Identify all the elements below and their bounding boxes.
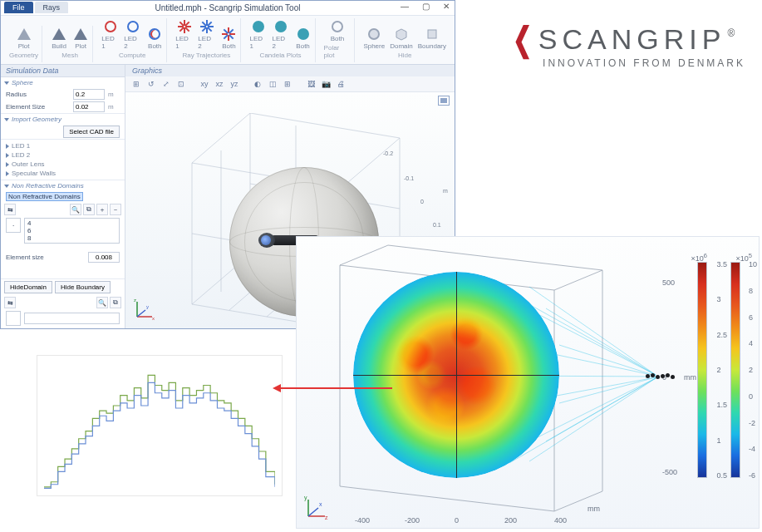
axis-gizmo-icon: yzx [302,495,330,523]
section-sphere[interactable]: Sphere [1,77,125,88]
tool-icon[interactable]: 📷 [320,78,332,90]
rb-hide-domain[interactable]: Domain [390,26,413,50]
svg-text:500: 500 [662,278,675,287]
item-led1[interactable]: LED 1 [6,141,120,150]
switch-icon[interactable]: ⇆ [4,297,16,308]
detach-icon[interactable] [438,96,450,106]
radius-label: Radius [6,91,70,98]
rb-bothc[interactable]: Both [146,26,163,50]
rb-plot2[interactable]: Plot [72,26,89,50]
copy-icon[interactable]: ⧉ [110,297,121,308]
item-led2[interactable]: LED 2 [6,150,120,160]
rb-ray-both[interactable]: Both [220,26,237,50]
ray-plot[interactable]: -400 -200 0 200 400 mm 500 0 -500 mm [296,236,760,529]
rb-polar[interactable]: Both [329,18,346,42]
svg-line-25 [546,308,656,375]
tool-icon[interactable]: ◐ [252,78,263,90]
svg-text:y: y [304,495,307,501]
zoom-icon[interactable]: 🔍 [70,204,81,215]
radius-input[interactable] [73,89,105,100]
section-import[interactable]: Import Geometry [1,114,125,125]
rb-ray-led1[interactable]: LED 1 [175,18,193,50]
select-cad-button[interactable]: Select CAD file [63,126,120,138]
tool-icon[interactable]: 🖼 [305,78,317,90]
svg-text:y: y [146,304,149,309]
bar1-ticks: 3.532.521.510.5 [716,260,727,480]
rb-led2c[interactable]: LED 2 [124,18,141,50]
svg-line-38 [308,508,318,516]
toggle-icon[interactable]: · [6,218,21,233]
tagline: INNOVATION FROM DENMARK [543,57,745,69]
face-icon [424,26,440,42]
sunburst-icon [220,26,237,42]
ribbon: Plot Geometry Build Plot Mesh LED 1 LED … [1,16,455,65]
close-button[interactable]: ✕ [440,2,453,11]
minus-icon[interactable]: － [110,204,121,215]
disc-icon [295,26,312,42]
svg-text:z: z [134,298,136,303]
switch-icon[interactable]: ⇆ [4,204,16,215]
tool-icon[interactable]: ⊞ [282,78,293,90]
maximize-button[interactable]: ▢ [419,2,433,11]
domain-val: 8 [27,234,116,242]
nr-esize-input[interactable] [88,252,120,263]
svg-text:200: 200 [504,516,517,525]
svg-text:400: 400 [554,516,567,525]
rb-build[interactable]: Build [51,26,67,50]
zoom-icon[interactable]: 🔍 [96,297,108,308]
svg-text:x: x [152,316,155,321]
toggle-icon[interactable] [6,311,21,326]
registered-mark: ® [727,27,735,39]
axis-unit: m [443,188,448,194]
hide-boundary-button[interactable]: Hide Boundary [55,281,111,293]
triangle-icon [16,26,32,42]
graphics-toolbar: ⊞↺⤢⊡ xyxzyz ◐◫⊞ 🖼📷🖨 [125,76,455,92]
sphere-icon [366,26,382,42]
esize-input[interactable] [73,101,105,112]
tab-file[interactable]: File [4,2,33,13]
tool-icon[interactable]: ⊞ [130,78,142,90]
nr-esize-label: Element size [6,254,85,261]
tool-icon[interactable]: 🖨 [335,78,347,90]
tool-icon[interactable]: ⊡ [175,78,187,90]
section-nonref[interactable]: Non Refractive Domains [1,180,125,191]
cube-icon [393,26,410,42]
rb-hide-boundary[interactable]: Boundary [418,26,446,50]
rb-led1c[interactable]: LED 1 [101,18,119,50]
tool-icon[interactable]: ↺ [145,78,157,90]
logo: ❮ SCANGRIP ® INNOVATION FROM DENMARK [488,8,755,83]
tool-icon[interactable]: xy [199,78,210,90]
tool-icon[interactable]: ◫ [267,78,278,90]
hide-domain-button[interactable]: HideDomain [4,281,52,293]
tool-icon[interactable]: yz [229,78,240,90]
tool-icon[interactable]: ⤢ [160,78,172,90]
svg-text:-400: -400 [355,516,370,525]
sidebar-title: Simulation Data [1,65,125,77]
mini-toolbar: ⇆ 🔍⧉＋－ [1,202,125,217]
bracket-icon: ❮ [513,22,533,56]
rb-cd-led2[interactable]: LED 2 [273,18,290,50]
axis-tick: -0.1 [404,175,414,181]
minimize-button[interactable]: — [397,2,412,11]
sunburst-icon [199,18,215,35]
window-title: Untitled.mph - Scangrip Simulation Tool [155,3,301,12]
plus-icon[interactable]: ＋ [96,204,108,215]
led-icon [125,18,141,35]
svg-line-9 [137,310,145,317]
rb-hide-sphere[interactable]: Sphere [363,26,385,50]
tab-rays[interactable]: Rays [35,2,69,13]
domain-val: 4 [27,219,116,227]
rb-cd-both[interactable]: Both [295,26,312,50]
svg-rect-0 [428,30,436,38]
sunburst-icon [176,18,193,35]
rb-cd-led1[interactable]: LED 1 [249,18,267,50]
rb-plot[interactable]: Plot [16,26,32,50]
svg-text:z: z [325,515,328,520]
item-walls[interactable]: Specular Walls [6,169,120,178]
tool-icon[interactable]: xz [214,78,225,90]
axis-gizmo-icon: zxy [132,297,157,322]
item-lens[interactable]: Outer Lens [6,160,120,169]
svg-text:x: x [319,501,322,507]
copy-icon[interactable]: ⧉ [83,204,95,215]
rb-ray-led2[interactable]: LED 2 [198,18,215,50]
